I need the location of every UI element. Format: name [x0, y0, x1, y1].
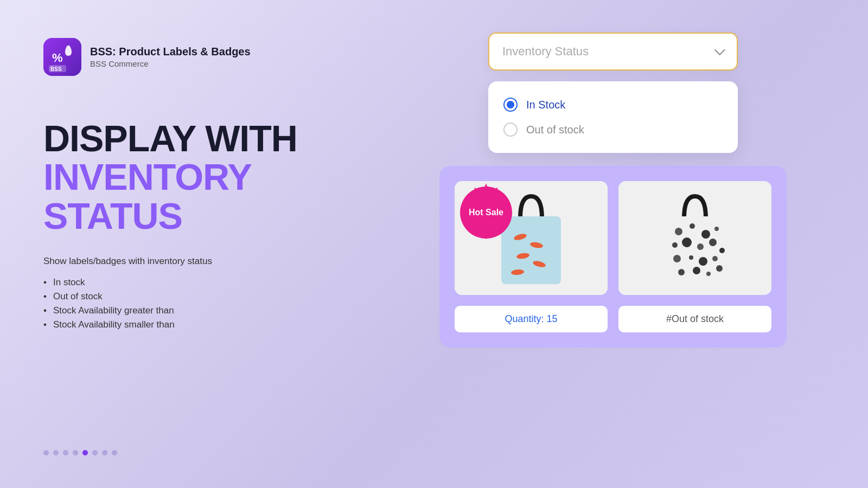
feature-list: In stock Out of stock Stock Availability…: [43, 275, 358, 332]
svg-point-25: [693, 267, 700, 274]
bullet-item-4: Stock Availability smaller than: [43, 318, 358, 332]
svg-point-17: [697, 243, 704, 250]
radio-option-in-stock[interactable]: In Stock: [503, 92, 723, 117]
pagination-dots: [43, 428, 358, 455]
svg-text:%: %: [52, 51, 63, 65]
right-panel: Inventory Status In Stock Out of stock: [401, 33, 825, 455]
dot-6[interactable]: [92, 450, 98, 455]
heading-line1: DISPLAY WITH: [43, 118, 297, 159]
svg-point-24: [678, 269, 685, 275]
svg-point-15: [672, 242, 678, 248]
svg-point-12: [690, 223, 695, 229]
app-logo-icon: % BSS: [43, 38, 81, 76]
bullet-item-1: In stock: [43, 275, 358, 290]
product-image-2: [618, 181, 771, 295]
products-area: Hot Sale: [439, 166, 787, 348]
heading-display: DISPLAY WITH INVENTORY STATUS: [43, 119, 358, 235]
svg-point-14: [714, 227, 719, 231]
svg-point-13: [701, 230, 710, 239]
main-heading: DISPLAY WITH INVENTORY STATUS: [43, 119, 358, 235]
radio-label-in-stock: In Stock: [526, 99, 565, 111]
bullet-item-3: Stock Availability greater than: [43, 304, 358, 318]
starburst-icon: Hot Sale: [460, 187, 512, 239]
logo-title: BSS: Product Labels & Badges: [90, 46, 251, 58]
dot-2[interactable]: [53, 450, 59, 455]
dot-5-active[interactable]: [82, 450, 88, 455]
chevron-down-icon: [713, 46, 724, 57]
dot-3[interactable]: [63, 450, 68, 455]
dot-4[interactable]: [73, 450, 78, 455]
product-card-1: Hot Sale: [455, 181, 608, 295]
heading-line2: INVENTORY: [43, 156, 252, 197]
inventory-status-dropdown[interactable]: Inventory Status: [488, 33, 738, 70]
logo-subtitle: BSS Commerce: [90, 59, 251, 68]
svg-point-19: [719, 248, 725, 253]
dot-1[interactable]: [43, 450, 49, 455]
product-card-2: [618, 181, 771, 295]
svg-point-20: [673, 255, 681, 262]
dot-7[interactable]: [102, 450, 107, 455]
dot-8[interactable]: [112, 450, 117, 455]
svg-point-11: [675, 228, 682, 235]
radio-circle-unselected: [503, 123, 518, 137]
out-of-stock-label: #Out of stock: [618, 306, 771, 332]
radio-label-out-of-stock: Out of stock: [526, 124, 584, 136]
status-labels-row: Quantity: 15 #Out of stock: [455, 306, 771, 332]
bullet-item-2: Out of stock: [43, 290, 358, 304]
feature-description: Show labels/badges with inventory status: [43, 256, 358, 267]
svg-text:BSS: BSS: [50, 66, 62, 72]
logo-area: % BSS BSS: Product Labels & Badges BSS C…: [43, 38, 358, 76]
radio-options-panel: In Stock Out of stock: [488, 81, 738, 153]
heading-line3: STATUS: [43, 195, 182, 236]
badge-label: Hot Sale: [469, 207, 503, 217]
svg-point-21: [689, 255, 693, 260]
svg-point-23: [712, 256, 718, 261]
radio-circle-selected: [503, 98, 518, 112]
svg-point-16: [682, 237, 692, 247]
svg-point-26: [706, 272, 711, 276]
svg-point-18: [709, 239, 717, 246]
product-cards-row: Hot Sale: [455, 181, 771, 295]
left-panel: % BSS BSS: Product Labels & Badges BSS C…: [43, 33, 358, 455]
svg-point-22: [699, 257, 707, 266]
logo-text-block: BSS: Product Labels & Badges BSS Commerc…: [90, 46, 251, 68]
dropdown-container: Inventory Status: [488, 33, 738, 70]
dropdown-placeholder: Inventory Status: [502, 44, 589, 59]
quantity-label: Quantity: 15: [455, 306, 608, 332]
page-container: % BSS BSS: Product Labels & Badges BSS C…: [0, 0, 868, 488]
radio-option-out-of-stock[interactable]: Out of stock: [503, 117, 723, 142]
svg-point-27: [716, 265, 723, 272]
tote-bag-svg-2: [654, 188, 736, 288]
hot-sale-badge: Hot Sale: [460, 187, 512, 239]
